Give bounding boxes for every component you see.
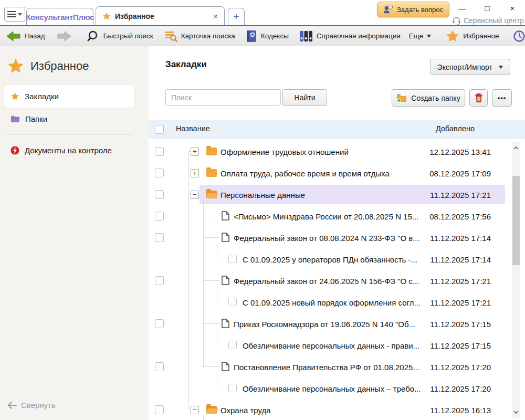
toolbar: Назад Быстрый поиск Карточка поиска Коде… <box>0 26 525 46</box>
row-label[interactable]: С 01.09.2025 у операторов ПДн обязанност… <box>243 255 417 264</box>
find-button[interactable]: Найти <box>282 89 327 106</box>
table-row[interactable]: Обезличивание персональных данных - прав… <box>149 334 525 356</box>
favorites-button[interactable]: Избранное <box>446 29 499 43</box>
row-label[interactable]: Оплата труда, рабочее время и время отды… <box>220 169 390 177</box>
row-label[interactable]: Приказ Роскомнадзора от 19.06.2025 N 140… <box>234 319 415 328</box>
home-tab[interactable]: КонсультантПлюс <box>26 8 93 25</box>
minimize-button[interactable]: — <box>449 0 475 16</box>
reference-info-button[interactable]: Справочная информация <box>299 30 401 43</box>
service-center-link[interactable]: Сервисный центр <box>452 16 524 25</box>
row-label[interactable]: Федеральный закон от 08.08.2024 N 233-ФЗ… <box>234 233 419 242</box>
back-button[interactable]: Назад <box>6 30 45 42</box>
row-label[interactable]: С 01.09.2025 новый порядок оформления со… <box>243 298 421 307</box>
hamburger-icon <box>7 14 16 15</box>
sidebar-item-bookmarks[interactable]: Закладки <box>4 85 134 108</box>
quick-search-button[interactable]: Быстрый поиск <box>87 30 153 43</box>
open-folder-icon <box>206 191 217 198</box>
red-bolt-badge-icon <box>10 146 19 155</box>
row-label[interactable]: Охрана труда <box>220 405 271 414</box>
table-row[interactable]: Обезличивание персональных данных – треб… <box>149 377 525 399</box>
ask-question-button[interactable]: ? Задать вопрос <box>377 2 449 17</box>
scroll-up-icon[interactable] <box>512 142 520 154</box>
search-card-button[interactable]: Карточка поиска <box>165 30 235 42</box>
expand-icon[interactable]: + <box>191 148 199 156</box>
scrollbar-thumb[interactable] <box>512 176 520 265</box>
sidebar-item-documents-on-control[interactable]: Документы на контроле <box>4 139 134 162</box>
tab-close-icon[interactable]: × <box>213 12 218 20</box>
document-icon <box>222 276 229 285</box>
bookmark-checkbox[interactable] <box>228 255 237 263</box>
collapse-icon[interactable]: − <box>191 191 199 199</box>
folder-front <box>206 408 218 414</box>
row-date: 08.12.2025 17:56 <box>423 212 491 220</box>
back-arrow-icon <box>6 30 21 42</box>
close-button[interactable]: × <box>500 0 525 16</box>
row-checkbox[interactable] <box>155 362 164 371</box>
row-checkbox[interactable] <box>155 169 164 177</box>
tab-favorites[interactable]: Избранное × <box>96 6 225 25</box>
export-import-button[interactable]: Экспорт/Импорт <box>430 59 510 75</box>
forward-button[interactable] <box>57 30 71 42</box>
reference-info-label: Справочная информация <box>317 32 401 40</box>
row-checkbox[interactable] <box>155 276 164 285</box>
tree-line <box>203 216 219 216</box>
tree-line <box>203 280 219 281</box>
magnifier-icon <box>87 30 100 43</box>
maximize-button[interactable]: □ <box>475 0 500 16</box>
vertical-scrollbar[interactable] <box>512 142 520 418</box>
table-row[interactable]: С 01.09.2025 у операторов ПДн обязанност… <box>149 248 525 270</box>
bookmark-checkbox[interactable] <box>228 384 237 392</box>
bookmark-checkbox[interactable] <box>228 341 237 349</box>
create-folder-button[interactable]: Создать папку <box>392 89 465 107</box>
row-date: 11.12.2025 17:15 <box>423 319 491 328</box>
card-magnifier-icon <box>165 30 177 42</box>
row-checkbox[interactable] <box>155 147 164 156</box>
table-row[interactable]: С 01.09.2025 новый порядок оформления со… <box>149 291 525 313</box>
delete-button[interactable] <box>469 89 488 107</box>
codes-button[interactable]: Кодексы <box>246 30 289 43</box>
create-folder-label: Создать папку <box>411 94 460 102</box>
scroll-down-icon[interactable] <box>512 406 520 418</box>
star-icon <box>446 29 459 43</box>
more-actions-button[interactable]: ••• <box>492 89 512 107</box>
journal-button[interactable]: Журнал <box>513 30 525 43</box>
more-button[interactable]: Еще <box>409 32 431 40</box>
sidebar-item-folders[interactable]: Папки <box>4 108 134 130</box>
select-all-checkbox[interactable] <box>155 125 164 134</box>
row-label[interactable]: <Письмо> Минздрава России от 20.08.2025 … <box>234 212 418 220</box>
search-input[interactable] <box>165 89 281 106</box>
table-row[interactable]: +Оформление трудовых отношений12.12.2025… <box>149 141 525 162</box>
table-row[interactable]: +Оплата труда, рабочее время и время отд… <box>149 162 525 184</box>
bookmark-table-rows: +Оформление трудовых отношений12.12.2025… <box>149 141 525 420</box>
row-checkbox[interactable] <box>155 405 164 414</box>
main-menu-button[interactable] <box>4 7 25 22</box>
tree-line <box>203 323 219 324</box>
row-checkbox[interactable] <box>155 190 164 199</box>
open-folder-icon <box>206 406 217 414</box>
collapse-icon[interactable]: − <box>191 406 199 414</box>
row-label[interactable]: Постановление Правительства РФ от 01.08.… <box>234 362 419 371</box>
row-checkbox[interactable] <box>155 233 164 242</box>
row-label[interactable]: Обезличивание персональных данных - прав… <box>243 341 419 350</box>
app-logo: КонсультантПлюс <box>26 13 94 22</box>
row-label[interactable]: Федеральный закон от 24.06.2025 N 156-ФЗ… <box>234 276 419 285</box>
row-label[interactable]: Персональные данные <box>220 190 305 199</box>
row-label[interactable]: Оформление трудовых отношений <box>220 147 349 156</box>
row-checkbox[interactable] <box>155 212 164 220</box>
consultant-person-icon: ? <box>383 4 393 15</box>
collapse-label: Свернуть <box>21 401 56 410</box>
more-label: Еще <box>409 32 423 40</box>
star-icon <box>10 92 19 101</box>
star-icon <box>102 12 111 20</box>
bookmark-checkbox[interactable] <box>228 298 237 306</box>
row-date: 11.12.2025 17:21 <box>423 190 491 199</box>
expand-icon[interactable]: + <box>191 169 199 177</box>
row-label[interactable]: Обезличивание персональных данных – треб… <box>243 384 421 393</box>
new-tab-button[interactable]: + <box>228 8 245 25</box>
tree-line <box>217 329 217 345</box>
table-row[interactable]: −Персональные данные11.12.2025 17:21 <box>149 184 525 205</box>
row-checkbox[interactable] <box>155 319 164 328</box>
tree-line <box>203 366 219 367</box>
collapse-sidebar-button[interactable]: Свернуть <box>7 401 56 410</box>
table-row[interactable]: −Охрана труда11.12.2025 16:13 <box>149 399 525 420</box>
